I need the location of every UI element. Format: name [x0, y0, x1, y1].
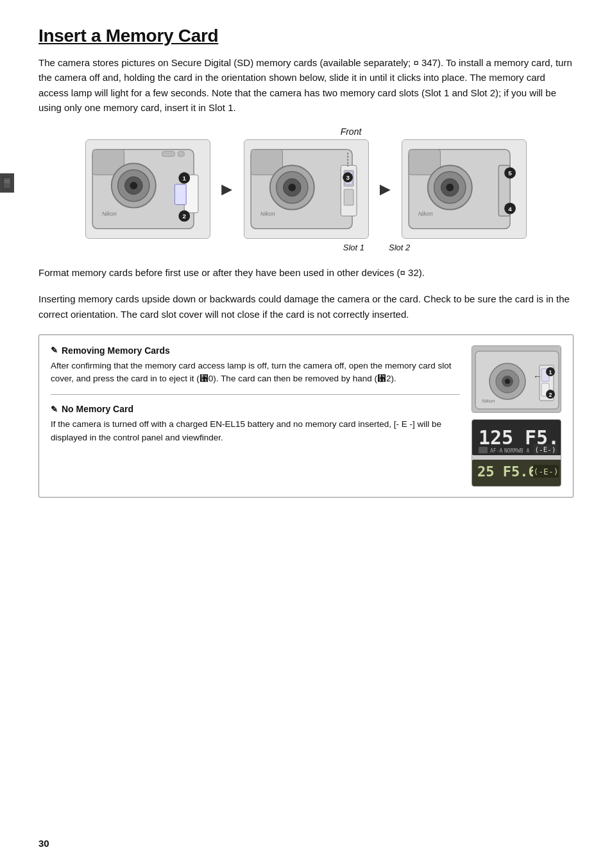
- svg-rect-0: [3, 177, 11, 189]
- svg-text:Nikon: Nikon: [482, 398, 495, 404]
- svg-text:Nikon: Nikon: [260, 211, 275, 217]
- no-card-display-img: 125 F5.6 AF-A NORM WB A (-E-) 25 F5.6 (-…: [472, 419, 561, 487]
- svg-point-49: [505, 379, 510, 384]
- arrow-2: ►: [377, 179, 395, 200]
- svg-text:1: 1: [182, 175, 186, 182]
- svg-text:(-E-): (-E-): [534, 446, 556, 454]
- svg-text:NORM: NORM: [504, 448, 516, 454]
- note-divider: [51, 394, 460, 395]
- diagram-img-1: 1 2 Nikon: [85, 139, 210, 239]
- front-label: Front: [341, 126, 362, 137]
- svg-text:2: 2: [548, 392, 552, 398]
- svg-text:4: 4: [509, 205, 513, 213]
- arrow-1: ►: [218, 179, 236, 200]
- svg-text:1: 1: [548, 369, 552, 376]
- svg-text:2: 2: [182, 213, 186, 220]
- left-tab: [0, 173, 14, 193]
- removing-cards-text: After confirming that the memory card ac…: [51, 360, 460, 386]
- svg-text:←: ←: [533, 371, 542, 381]
- page-title: Insert a Memory Card: [38, 26, 574, 46]
- svg-rect-27: [344, 189, 353, 205]
- svg-text:3: 3: [346, 174, 350, 181]
- svg-text:5: 5: [509, 169, 513, 177]
- no-card-text: If the camera is turned off with a charg…: [51, 418, 460, 444]
- svg-text:Nikon: Nikon: [102, 211, 117, 217]
- note-content: ✎ Removing Memory Cards After confirming…: [51, 345, 460, 487]
- no-card-title: ✎ No Memory Card: [51, 404, 460, 414]
- diagram-section: Front 1: [38, 126, 574, 252]
- svg-rect-62: [479, 447, 488, 453]
- svg-point-23: [288, 184, 296, 191]
- svg-text:Nikon: Nikon: [418, 211, 433, 217]
- svg-text:25 F5.6: 25 F5.6: [477, 464, 537, 480]
- svg-text:AF-A: AF-A: [490, 448, 502, 454]
- slot-1-label: Slot 1: [343, 243, 364, 252]
- page-number: 30: [38, 838, 49, 849]
- svg-point-8: [130, 182, 137, 189]
- removing-card-img: ← 1 2 Nikon: [472, 345, 561, 413]
- removing-cards-title: ✎ Removing Memory Cards: [51, 345, 460, 356]
- svg-text:WB A: WB A: [517, 448, 529, 454]
- diagram-row: 1 2 Nikon ►: [85, 139, 527, 239]
- svg-point-37: [446, 184, 454, 191]
- diagram-img-3: 5 4 Nikon: [402, 139, 527, 239]
- svg-rect-12: [174, 184, 186, 205]
- note-icon-2: ✎: [51, 404, 58, 414]
- note-icon-1: ✎: [51, 345, 58, 355]
- intro-paragraph: The camera stores pictures on Secure Dig…: [38, 55, 574, 115]
- svg-rect-9: [162, 152, 174, 157]
- note-box: ✎ Removing Memory Cards After confirming…: [38, 334, 574, 498]
- svg-text:125: 125: [479, 426, 513, 449]
- slot-labels: Slot 1 Slot 2: [343, 243, 411, 252]
- warning-paragraph: Inserting memory cards upside down or ba…: [38, 291, 574, 322]
- svg-rect-10: [178, 152, 184, 157]
- svg-text:(-E-): (-E-): [533, 467, 558, 476]
- diagram-img-2: 3 Nikon: [244, 139, 369, 239]
- format-paragraph: Format memory cards before first use or …: [38, 265, 574, 280]
- slot-2-label: Slot 2: [389, 243, 410, 252]
